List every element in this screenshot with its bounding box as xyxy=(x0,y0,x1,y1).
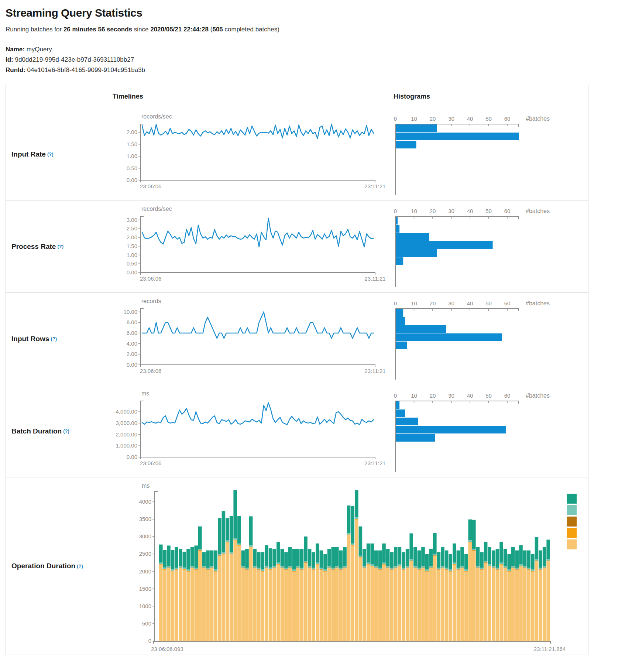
svg-text:30: 30 xyxy=(448,116,454,122)
svg-text:30: 30 xyxy=(448,300,454,306)
operation-duration-help-icon[interactable]: (?) xyxy=(77,563,83,569)
legend-swatch-1 xyxy=(567,505,577,515)
summary-start-time: 2020/05/21 22:44:28 xyxy=(150,26,209,33)
legend-swatch-0 xyxy=(567,494,577,504)
process-rate-timeline-chart: records/sec3.002.502.001.501.000.500.002… xyxy=(108,200,389,293)
svg-text:2.00: 2.00 xyxy=(127,129,137,135)
svg-text:23:06:06: 23:06:06 xyxy=(140,368,161,374)
svg-text:1500: 1500 xyxy=(139,586,151,592)
svg-text:0.00: 0.00 xyxy=(127,454,137,460)
svg-text:23:06:06: 23:06:06 xyxy=(140,275,161,282)
svg-text:1.50: 1.50 xyxy=(127,243,137,249)
svg-text:0.00: 0.00 xyxy=(127,177,137,183)
streaming-query-statistics-page: Streaming Query Statistics Running batch… xyxy=(0,0,625,672)
query-runid-value: 04e101e6-8bf8-4165-9099-9104c951ba3b xyxy=(25,66,145,73)
row-label-operation-duration: Operation Duration (?) xyxy=(6,477,108,655)
svg-text:#batches: #batches xyxy=(526,300,550,306)
svg-text:30: 30 xyxy=(448,208,454,214)
svg-text:10.00: 10.00 xyxy=(123,309,137,315)
input-rate-timeline-cell: records/sec2.001.501.000.500.0023:06:062… xyxy=(108,108,389,200)
query-id-label: Id: xyxy=(6,56,13,63)
svg-text:23:06:06.093: 23:06:06.093 xyxy=(151,646,183,652)
svg-text:50: 50 xyxy=(485,116,492,122)
process-rate-label: Process Rate xyxy=(11,243,56,251)
page-title: Streaming Query Statistics xyxy=(6,7,619,19)
svg-text:2500: 2500 xyxy=(139,551,151,557)
svg-text:23:11:21: 23:11:21 xyxy=(364,275,385,282)
query-name-value: myQuery xyxy=(25,46,52,53)
batch-duration-timeline-chart: ms4,000.003,000.002,000.001,000.000.0023… xyxy=(108,385,389,477)
svg-text:23:11:21.864: 23:11:21.864 xyxy=(534,646,566,652)
query-id-line: Id: 9d0dd219-995d-423e-b97d-36931110bb27 xyxy=(6,55,619,65)
svg-text:60: 60 xyxy=(504,208,511,214)
svg-text:1.50: 1.50 xyxy=(127,141,137,147)
input-rows-timeline-chart: records10.008.006.004.002.000.0023:06:06… xyxy=(108,293,389,385)
summary-duration: 26 minutes 56 seconds xyxy=(63,26,132,33)
svg-text:3000: 3000 xyxy=(139,533,151,539)
svg-text:4000: 4000 xyxy=(139,498,151,505)
query-id-value: 9d0dd219-995d-423e-b97d-36931110bb27 xyxy=(13,56,134,63)
svg-text:0: 0 xyxy=(394,300,397,306)
svg-text:1000: 1000 xyxy=(139,603,151,609)
svg-text:50: 50 xyxy=(485,208,492,214)
legend-swatch-3 xyxy=(567,528,577,538)
svg-text:0.50: 0.50 xyxy=(127,260,137,267)
row-label-input-rows: Input Rows (?) xyxy=(6,293,108,385)
batch-duration-timeline-cell: ms4,000.003,000.002,000.001,000.000.0023… xyxy=(108,385,389,477)
svg-text:60: 60 xyxy=(504,300,511,306)
summary-middle: since xyxy=(132,26,150,33)
svg-text:#batches: #batches xyxy=(526,116,550,122)
svg-text:23:11:21: 23:11:21 xyxy=(364,460,385,466)
svg-text:23:06:06: 23:06:06 xyxy=(140,460,161,466)
query-name-line: Name: myQuery xyxy=(6,44,619,55)
svg-text:40: 40 xyxy=(467,116,473,122)
query-meta: Name: myQuery Id: 9d0dd219-995d-423e-b97… xyxy=(6,44,619,75)
svg-text:2.50: 2.50 xyxy=(127,225,137,232)
svg-text:23:06:06: 23:06:06 xyxy=(140,183,161,189)
input-rate-help-icon[interactable]: (?) xyxy=(47,151,54,157)
svg-text:23:11:21: 23:11:21 xyxy=(364,183,385,189)
query-name-label: Name: xyxy=(6,46,25,53)
svg-text:20: 20 xyxy=(430,116,436,122)
batch-duration-label: Batch Duration xyxy=(11,427,62,435)
batch-duration-histogram-chart: 0102030405060#batches xyxy=(389,385,588,477)
svg-text:50: 50 xyxy=(485,392,492,399)
input-rows-histogram-chart: 0102030405060#batches xyxy=(389,293,588,385)
input-rate-label: Input Rate xyxy=(11,150,46,158)
input-rows-help-icon[interactable]: (?) xyxy=(51,336,57,342)
svg-text:0.00: 0.00 xyxy=(127,361,137,368)
batch-duration-help-icon[interactable]: (?) xyxy=(63,428,69,434)
svg-text:2000: 2000 xyxy=(139,568,151,575)
legend-swatch-4 xyxy=(567,539,577,549)
svg-text:2,000.00: 2,000.00 xyxy=(116,431,137,438)
svg-text:records/sec: records/sec xyxy=(141,113,172,120)
svg-text:20: 20 xyxy=(430,208,436,214)
query-runid-line: RunId: 04e101e6-8bf8-4165-9099-9104c951b… xyxy=(6,65,619,75)
process-rate-histogram-cell: 0102030405060#batches xyxy=(389,200,588,293)
input-rows-histogram-cell: 0102030405060#batches xyxy=(389,293,588,385)
svg-text:40: 40 xyxy=(467,392,473,399)
svg-text:0: 0 xyxy=(148,638,151,644)
svg-text:500: 500 xyxy=(142,620,151,627)
row-label-batch-duration: Batch Duration (?) xyxy=(6,385,108,477)
svg-text:records: records xyxy=(141,298,161,304)
process-rate-timeline-cell: records/sec3.002.502.001.501.000.500.002… xyxy=(108,200,389,293)
row-label-input-rate: Input Rate (?) xyxy=(6,108,108,200)
svg-text:records/sec: records/sec xyxy=(141,206,172,212)
operation-duration-chart-cell: ms4000350030002500200015001000500023:06:… xyxy=(108,477,588,655)
summary-open-paren: ( xyxy=(209,26,212,33)
process-rate-help-icon[interactable]: (?) xyxy=(57,244,63,249)
svg-text:0: 0 xyxy=(394,208,397,214)
svg-text:50: 50 xyxy=(485,300,492,306)
summary-suffix: completed batches) xyxy=(223,26,279,33)
process-rate-histogram-chart: 0102030405060#batches xyxy=(389,200,588,293)
summary-batch-count: 505 xyxy=(212,26,223,33)
svg-text:6.00: 6.00 xyxy=(127,330,137,336)
svg-text:0: 0 xyxy=(394,116,397,122)
svg-text:2.00: 2.00 xyxy=(127,234,137,240)
histograms-header-label: Histograms xyxy=(394,93,430,100)
statistics-table: Timelines Histograms Input Rate (?) reco… xyxy=(6,85,588,655)
svg-text:ms: ms xyxy=(142,483,150,489)
svg-text:#batches: #batches xyxy=(526,392,550,399)
summary-prefix: Running batches for xyxy=(6,26,63,33)
